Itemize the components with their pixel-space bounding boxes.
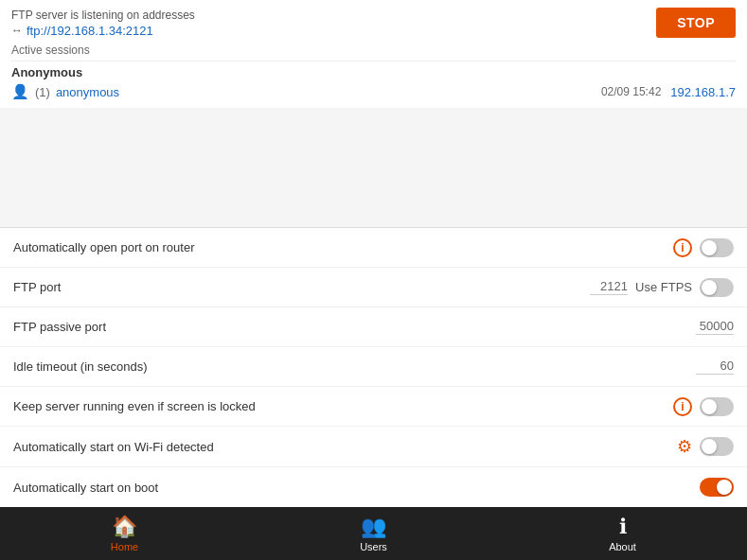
ftp-address-row: ↔ ftp://192.168.1.34:2121 bbox=[11, 24, 195, 38]
info-icon-auto-port[interactable]: i bbox=[673, 238, 692, 257]
bottom-nav: 🏠 Home 👥 Users ℹ About bbox=[0, 507, 747, 560]
setting-row-auto-port: Automatically open port on router i bbox=[0, 228, 747, 268]
setting-label-ftp-port: FTP port bbox=[13, 280, 590, 294]
main-container: FTP server is listening on addresses ↔ f… bbox=[0, 0, 747, 560]
settings-section: Automatically open port on router i FTP … bbox=[0, 227, 747, 507]
setting-row-ftp-port: FTP port 2121 Use FTPS bbox=[0, 268, 747, 307]
about-icon: ℹ bbox=[619, 515, 627, 539]
toggle-auto-port[interactable] bbox=[700, 238, 734, 257]
top-section: FTP server is listening on addresses ↔ f… bbox=[0, 0, 747, 108]
server-status-bar: FTP server is listening on addresses ↔ f… bbox=[11, 8, 736, 44]
setting-label-auto-port: Automatically open port on router bbox=[13, 240, 673, 254]
ftp-address-link[interactable]: ftp://192.168.1.34:2121 bbox=[27, 24, 153, 38]
toggle-wifi-start[interactable] bbox=[700, 437, 734, 456]
nav-item-users[interactable]: 👥 Users bbox=[249, 515, 498, 552]
setting-row-wifi-start: Automatically start on Wi-Fi detected ⚙ bbox=[0, 427, 747, 467]
users-icon: 👥 bbox=[361, 515, 386, 539]
toggle-keep-running[interactable] bbox=[700, 397, 734, 416]
idle-timeout-value[interactable]: 60 bbox=[696, 359, 734, 375]
toggle-ftp-port[interactable] bbox=[700, 278, 734, 297]
home-icon: 🏠 bbox=[112, 515, 137, 539]
setting-label-wifi-start: Automatically start on Wi-Fi detected bbox=[13, 440, 677, 454]
setting-controls-keep-running: i bbox=[673, 397, 734, 416]
setting-label-keep-running: Keep server running even if screen is lo… bbox=[13, 399, 673, 413]
anonymous-group-title: Anonymous bbox=[11, 65, 736, 79]
setting-row-keep-running: Keep server running even if screen is lo… bbox=[0, 387, 747, 427]
ftp-passive-port-value[interactable]: 50000 bbox=[696, 319, 734, 335]
setting-controls-wifi-start: ⚙ bbox=[677, 436, 734, 457]
setting-controls-idle-timeout: 60 bbox=[696, 359, 734, 375]
setting-label-idle-timeout: Idle timeout (in seconds) bbox=[13, 359, 696, 374]
session-row: 👤 (1) anonymous 02/09 15:42 192.168.1.7 bbox=[11, 83, 736, 100]
anonymous-section: Anonymous 👤 (1) anonymous 02/09 15:42 19… bbox=[11, 61, 736, 108]
setting-row-ftp-passive-port: FTP passive port 50000 bbox=[0, 307, 747, 347]
session-right: 02/09 15:42 192.168.1.7 bbox=[601, 85, 736, 99]
active-sessions-label: Active sessions bbox=[11, 44, 736, 61]
server-info: FTP server is listening on addresses ↔ f… bbox=[11, 9, 195, 38]
session-ip: 192.168.1.7 bbox=[670, 85, 736, 99]
session-timestamp: 02/09 15:42 bbox=[601, 85, 661, 98]
stop-button[interactable]: STOP bbox=[656, 8, 736, 38]
session-count: (1) bbox=[35, 85, 50, 99]
nav-label-about: About bbox=[609, 541, 636, 552]
nav-label-home: Home bbox=[111, 541, 138, 552]
setting-controls-auto-port: i bbox=[673, 238, 734, 257]
ftp-arrows-icon: ↔ bbox=[11, 24, 23, 37]
nav-item-about[interactable]: ℹ About bbox=[498, 515, 747, 552]
nav-item-home[interactable]: 🏠 Home bbox=[0, 515, 249, 552]
info-icon-keep-running[interactable]: i bbox=[673, 397, 692, 416]
setting-controls-ftp-passive-port: 50000 bbox=[696, 319, 734, 335]
setting-row-boot-start: Automatically start on boot bbox=[0, 467, 747, 507]
setting-controls-boot-start bbox=[700, 478, 734, 497]
user-icon: 👤 bbox=[11, 83, 29, 100]
nav-label-users: Users bbox=[360, 541, 387, 552]
setting-label-boot-start: Automatically start on boot bbox=[13, 481, 700, 495]
server-listening-text: FTP server is listening on addresses bbox=[11, 9, 195, 22]
session-left: 👤 (1) anonymous bbox=[11, 83, 119, 100]
setting-label-ftp-passive-port: FTP passive port bbox=[13, 320, 696, 334]
ftp-port-value[interactable]: 2121 bbox=[590, 279, 628, 295]
use-ftps-label: Use FTPS bbox=[635, 280, 692, 294]
toggle-boot-start[interactable] bbox=[700, 478, 734, 497]
setting-row-idle-timeout: Idle timeout (in seconds) 60 bbox=[0, 347, 747, 387]
gear-icon-wifi-start[interactable]: ⚙ bbox=[677, 436, 692, 457]
setting-controls-ftp-port: 2121 Use FTPS bbox=[590, 278, 734, 297]
session-name[interactable]: anonymous bbox=[56, 85, 119, 99]
middle-area bbox=[0, 108, 747, 227]
